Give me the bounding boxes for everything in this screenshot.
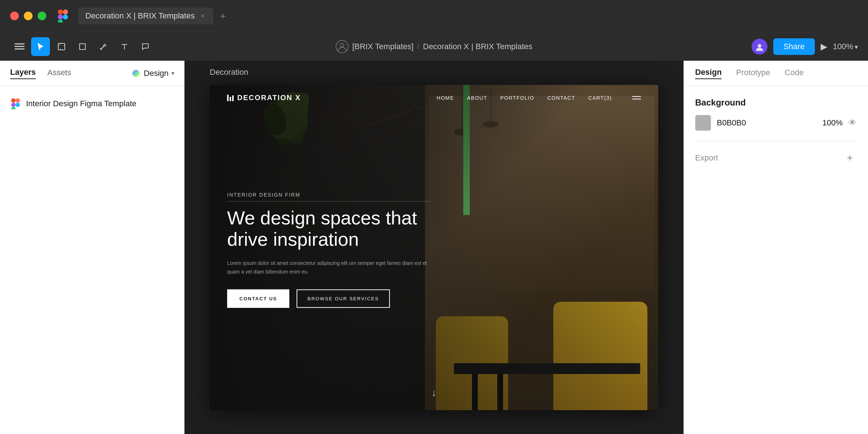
svg-point-13: [340, 43, 344, 47]
svg-rect-1: [63, 9, 68, 14]
titlebar: Decoration X | BRIX Templates × +: [0, 0, 868, 32]
traffic-lights: [10, 12, 46, 20]
svg-rect-2: [58, 14, 63, 20]
site-content: INTERIOR DESIGN FIRM We design spaces th…: [227, 192, 430, 308]
svg-rect-16: [11, 98, 16, 103]
right-panel-tabs: Design Prototype Code: [684, 61, 868, 86]
breadcrumb-separator: /: [417, 42, 419, 51]
tab-area: Decoration X | BRIX Templates × +: [78, 8, 858, 24]
close-traffic-light[interactable]: [10, 12, 19, 20]
browse-services-button[interactable]: BROWSE OUR SERVICES: [297, 289, 390, 308]
toolbar-center: [BRIX Templates] / Decoration X | BRIX T…: [336, 40, 532, 53]
layers-tab[interactable]: Layers: [10, 68, 36, 79]
code-tab[interactable]: Code: [785, 68, 804, 79]
background-section-title: Background: [695, 98, 856, 108]
export-section: Export +: [695, 151, 856, 164]
toolbar: [BRIX Templates] / Decoration X | BRIX T…: [0, 32, 868, 61]
site-preview: DECORATION X HOME ABOUT PORTFOLIO CONTAC…: [210, 85, 658, 410]
nav-cart[interactable]: CART(3): [588, 95, 612, 101]
svg-rect-18: [11, 103, 16, 107]
svg-point-20: [16, 103, 20, 107]
sidebar-left: Layers Assets Design ▾ Interior Design F…: [0, 61, 184, 434]
menu-button[interactable]: [10, 37, 29, 56]
toolbar-right: Share ▶ 100%▾: [752, 38, 858, 55]
figma-logo-icon: [56, 9, 69, 22]
background-color-value[interactable]: B0B0B0: [717, 118, 817, 128]
svg-rect-0: [58, 9, 63, 14]
fullscreen-traffic-light[interactable]: [38, 12, 46, 20]
svg-rect-10: [80, 44, 85, 50]
logo-bars-icon: [227, 95, 234, 101]
share-button[interactable]: Share: [773, 38, 815, 55]
visibility-toggle-icon[interactable]: 👁: [848, 118, 856, 128]
svg-rect-3: [58, 20, 63, 22]
breadcrumb-org: [BRIX Templates]: [352, 42, 414, 51]
assets-tab[interactable]: Assets: [47, 68, 71, 79]
canvas-frame-container: Decoration: [210, 85, 658, 410]
zoom-indicator[interactable]: 100%▾: [833, 42, 858, 51]
nav-portfolio[interactable]: PORTFOLIO: [500, 95, 534, 101]
design-tab-dropdown[interactable]: Design ▾: [132, 69, 174, 78]
text-tool-button[interactable]: [115, 37, 134, 56]
select-tool-button[interactable]: [31, 37, 50, 56]
background-color-row: B0B0B0 100% 👁: [695, 115, 856, 131]
comment-tool-button[interactable]: [136, 37, 155, 56]
svg-rect-19: [11, 107, 16, 109]
site-logo: DECORATION X: [227, 94, 301, 102]
figma-layer-icon: [10, 98, 21, 109]
background-color-swatch[interactable]: [695, 115, 711, 131]
frame-tool-button[interactable]: [52, 37, 71, 56]
sidebar-tabs: Layers Assets Design ▾: [0, 61, 184, 86]
design-panel-content: Background B0B0B0 100% 👁 Export +: [684, 86, 868, 434]
active-tab[interactable]: Decoration X | BRIX Templates ×: [78, 8, 213, 24]
site-cta-buttons: CONTACT US BROWSE OUR SERVICES: [227, 289, 430, 308]
user-avatar[interactable]: [752, 39, 767, 55]
breadcrumb-file: Decoration X | BRIX Templates: [423, 42, 532, 51]
svg-point-15: [758, 44, 761, 48]
section-divider: [695, 141, 856, 141]
tab-close-button[interactable]: ×: [199, 12, 206, 20]
nav-about[interactable]: ABOUT: [467, 95, 488, 101]
nav-home[interactable]: HOME: [437, 95, 454, 101]
svg-rect-5: [58, 43, 65, 50]
prototype-tab[interactable]: Prototype: [736, 68, 770, 79]
tab-title: Decoration X | BRIX Templates: [85, 11, 195, 21]
export-label: Export: [695, 153, 718, 163]
minimize-traffic-light[interactable]: [24, 12, 33, 20]
scroll-down-indicator: ↓: [431, 387, 437, 399]
layers-panel: Interior Design Figma Template: [0, 86, 184, 434]
contact-us-button[interactable]: CONTACT US: [227, 289, 289, 308]
site-logo-text: DECORATION X: [237, 94, 301, 102]
user-icon: [336, 40, 349, 53]
canvas-frame: DECORATION X HOME ABOUT PORTFOLIO CONTAC…: [210, 85, 658, 410]
play-button[interactable]: ▶: [821, 42, 827, 52]
nav-hamburger-icon[interactable]: [632, 96, 641, 99]
pen-tool-button[interactable]: [94, 37, 113, 56]
canvas-area[interactable]: Decoration: [184, 61, 684, 434]
layer-item-label: Interior Design Figma Template: [26, 99, 136, 108]
site-title: We design spaces that drive inspiration: [227, 207, 430, 250]
breadcrumb: [BRIX Templates] / Decoration X | BRIX T…: [336, 40, 532, 53]
svg-rect-17: [16, 98, 20, 103]
svg-point-12: [336, 40, 348, 53]
sidebar-right: Design Prototype Code Background B0B0B0 …: [684, 61, 868, 434]
background-opacity-value[interactable]: 100%: [822, 118, 843, 128]
shape-tool-button[interactable]: [73, 37, 92, 56]
site-nav: DECORATION X HOME ABOUT PORTFOLIO CONTAC…: [210, 85, 658, 111]
site-description: Lorem ipsum dolor sit amet consectetur a…: [227, 259, 430, 276]
export-add-button[interactable]: +: [843, 151, 856, 164]
nav-contact[interactable]: CONTACT: [547, 95, 575, 101]
design-tab[interactable]: Design: [695, 68, 722, 79]
svg-point-4: [63, 14, 68, 20]
site-subtitle: INTERIOR DESIGN FIRM: [227, 192, 430, 201]
add-tab-button[interactable]: +: [216, 9, 229, 22]
layer-item-interior-design[interactable]: Interior Design Figma Template: [0, 93, 184, 114]
canvas-frame-label: Decoration: [210, 68, 248, 77]
site-nav-links: HOME ABOUT PORTFOLIO CONTACT CART(3): [437, 95, 641, 101]
